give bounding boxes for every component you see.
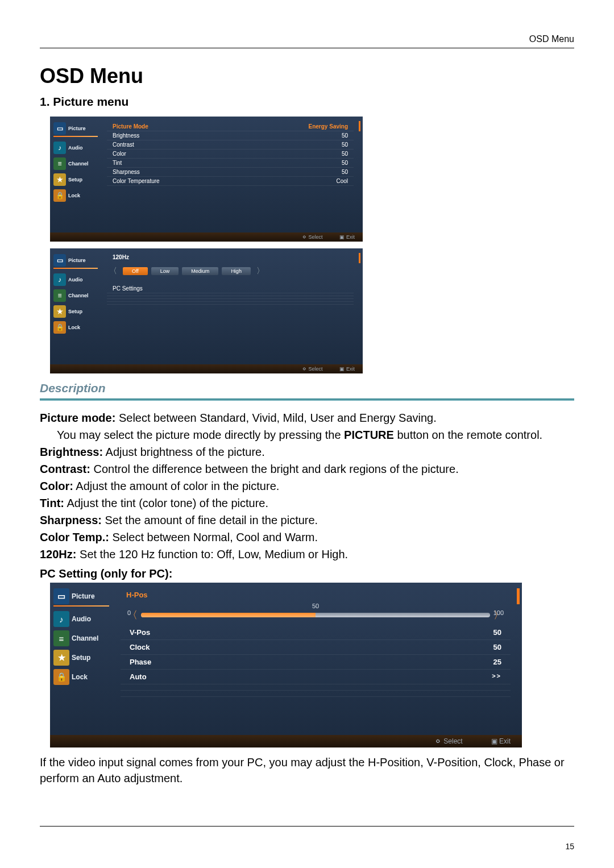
page-number: 15 — [565, 842, 574, 851]
sidebar-item-setup[interactable]: ★Setup — [50, 304, 101, 320]
setup-icon: ★ — [53, 305, 66, 318]
sidebar-item-picture[interactable]: ▭Picture — [50, 121, 101, 137]
segmented-row[interactable]: 〈 Off Low Medium High 〉 — [107, 266, 354, 276]
sidebar-label: Picture — [68, 126, 86, 131]
picture-icon: ▭ — [53, 588, 69, 604]
menu-row-brightness[interactable]: Brightness50 — [107, 131, 354, 140]
osd-footer: ⭘ Select ▣ Exit — [50, 735, 522, 747]
slider-value: 50 — [312, 603, 319, 609]
page-title: OSD Menu — [40, 64, 574, 88]
sidebar-label: Setup — [68, 177, 82, 182]
accent-bar — [359, 121, 360, 131]
sidebar-item-picture[interactable]: ▭Picture — [50, 587, 113, 607]
segment-off[interactable]: Off — [123, 267, 148, 275]
segment-high[interactable]: High — [222, 267, 251, 275]
sidebar-label: Setup — [72, 654, 90, 662]
menu-row-vpos[interactable]: V-Pos50 — [121, 625, 511, 640]
description-heading: Description — [40, 381, 574, 395]
slider-max: 100 — [493, 609, 504, 616]
lock-icon: 🔒 — [53, 669, 69, 685]
channel-icon: ≡ — [53, 630, 69, 646]
channel-icon: ≡ — [53, 157, 66, 170]
sidebar-label: Picture — [68, 258, 86, 263]
sidebar-label: Audio — [72, 615, 91, 623]
osd-sidebar: ▭Picture ♪Audio ≡Channel ★Setup 🔒Lock — [50, 117, 101, 242]
description-body: Picture mode: Select between Standard, V… — [40, 410, 574, 582]
chevron-right-icon[interactable]: 〉 — [254, 266, 267, 276]
osd-panel-120hz: ▭Picture ♪Audio ≡Channel ★Setup 🔒Lock 12… — [50, 248, 363, 373]
description-divider — [40, 398, 574, 401]
osd-main: H-Pos 〈 50 〉 0 100 V-Pos50 Clock50 Phase… — [113, 583, 522, 747]
section-title: 1. Picture menu — [40, 95, 574, 109]
lock-icon: 🔒 — [53, 189, 66, 202]
menu-row-tint[interactable]: Tint50 — [107, 159, 354, 168]
sidebar-item-audio[interactable]: ♪Audio — [50, 140, 101, 156]
osd-panel-picture: ▭Picture ♪Audio ≡Channel ★Setup 🔒Lock Pi… — [50, 117, 363, 242]
menu-row-color[interactable]: Color50 — [107, 149, 354, 159]
hpos-slider[interactable]: 〈 50 〉 0 100 — [124, 608, 507, 616]
osd-sidebar: ▭Picture ♪Audio ≡Channel ★Setup 🔒Lock — [50, 583, 113, 747]
sidebar-label: Lock — [72, 673, 88, 681]
sidebar-label: Lock — [68, 325, 80, 330]
sidebar-item-channel[interactable]: ≡Channel — [50, 288, 101, 304]
menu-row-pcsettings[interactable]: PC Settings — [107, 284, 354, 293]
picture-icon: ▭ — [53, 122, 66, 135]
sidebar-label: Channel — [68, 161, 89, 167]
sidebar-item-setup[interactable]: ★Setup — [50, 649, 113, 668]
page-header-right: OSD Menu — [40, 34, 574, 44]
accent-bar — [359, 253, 360, 263]
osd-footer: ⭘ Select ▣ Exit — [50, 364, 363, 373]
sidebar-item-lock[interactable]: 🔒Lock — [50, 668, 113, 687]
menu-row-colortemp[interactable]: Color TemperatureCool — [107, 177, 354, 186]
menu-row-phase[interactable]: Phase25 — [121, 655, 511, 670]
sidebar-item-audio[interactable]: ♪Audio — [50, 610, 113, 629]
picture-icon: ▭ — [53, 254, 66, 267]
audio-icon: ♪ — [53, 611, 69, 627]
sidebar-item-audio[interactable]: ♪Audio — [50, 272, 101, 288]
channel-icon: ≡ — [53, 289, 66, 302]
audio-icon: ♪ — [53, 142, 66, 154]
slider-min: 0 — [127, 609, 131, 616]
header-divider — [40, 48, 574, 48]
menu-row-contrast[interactable]: Contrast50 — [107, 140, 354, 149]
sidebar-item-channel[interactable]: ≡Channel — [50, 156, 101, 172]
sidebar-label: Audio — [68, 277, 83, 283]
sidebar-item-lock[interactable]: 🔒Lock — [50, 188, 101, 204]
audio-icon: ♪ — [53, 273, 66, 286]
segment-medium[interactable]: Medium — [182, 267, 218, 275]
setup-icon: ★ — [53, 650, 69, 666]
chevron-left-icon[interactable]: 〈 — [107, 266, 119, 276]
sidebar-label: Channel — [68, 293, 89, 298]
sidebar-label: Lock — [68, 193, 80, 198]
menu-row-sharpness[interactable]: Sharpness50 — [107, 168, 354, 177]
sidebar-label: Picture — [72, 592, 95, 600]
footer-divider — [40, 826, 574, 827]
osd-panel-pcsetting: ▭Picture ♪Audio ≡Channel ★Setup 🔒Lock H-… — [50, 583, 522, 747]
sidebar-label: Channel — [72, 634, 98, 642]
panel-title: 120Hz — [107, 254, 354, 264]
menu-row-clock[interactable]: Clock50 — [121, 640, 511, 655]
segment-low[interactable]: Low — [151, 267, 179, 275]
menu-row-auto[interactable]: Auto>> — [121, 670, 511, 684]
setup-icon: ★ — [53, 173, 66, 186]
osd-sidebar: ▭Picture ♪Audio ≡Channel ★Setup 🔒Lock — [50, 248, 101, 373]
osd-main: 120Hz 〈 Off Low Medium High 〉 PC Setting… — [101, 248, 363, 373]
sidebar-label: Setup — [68, 309, 82, 314]
lock-icon: 🔒 — [53, 321, 66, 334]
sidebar-item-picture[interactable]: ▭Picture — [50, 253, 101, 269]
sidebar-item-lock[interactable]: 🔒Lock — [50, 320, 101, 336]
sidebar-label: Audio — [68, 145, 83, 151]
chevron-left-icon[interactable]: 〈 — [124, 608, 141, 622]
sidebar-item-setup[interactable]: ★Setup — [50, 172, 101, 188]
sidebar-item-channel[interactable]: ≡Channel — [50, 629, 113, 649]
pc-note: If the video input signal comes from you… — [40, 754, 574, 786]
osd-footer: ⭘ Select ▣ Exit — [50, 232, 363, 242]
menu-row-picturemode[interactable]: Picture ModeEnergy Saving — [107, 122, 354, 131]
osd-main: Picture ModeEnergy Saving Brightness50 C… — [101, 117, 363, 242]
accent-bar — [517, 588, 520, 604]
